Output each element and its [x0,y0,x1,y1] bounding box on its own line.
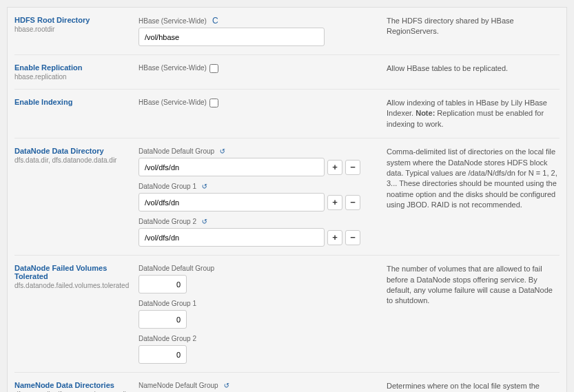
text-input[interactable] [139,28,325,46]
number-input[interactable] [139,345,187,364]
scope-label: DataNode Group 1 [139,183,196,190]
field-group: HBase (Service-Wide)C [139,16,373,46]
field-row [139,345,373,364]
setting-description: The number of volumes that are allowed t… [373,264,560,364]
remove-button[interactable]: − [345,230,360,245]
setting-label-col: Enable Replicationhbase.replication [14,63,139,81]
setting-label-col: DataNode Failed Volumes Tolerateddfs.dat… [14,264,139,364]
scope-label: DataNode Default Group [139,265,214,272]
scope-label: DataNode Group 2 [139,218,196,225]
remove-button[interactable]: − [345,160,360,175]
setting-subtitle: hbase.replication [14,73,132,81]
setting-checkbox[interactable] [209,99,218,107]
setting-label-col: Enable Indexing [14,98,139,130]
add-button[interactable]: + [327,160,342,175]
field-row: +− [139,158,373,176]
setting-subtitle: dfs.datanode.failed.volumes.tolerated [14,282,132,289]
scope-label: DataNode Default Group [139,147,214,155]
description-text: Allow HBase tables to be replicated. [387,64,508,72]
setting-subtitle: hbase.rootdir [14,25,132,33]
field-group: HBase (Service-Wide) [139,63,373,74]
scope-label: HBase (Service-Wide) [139,17,207,25]
setting-fields-col: DataNode Default Group↻+−DataNode Group … [139,147,373,247]
setting-checkbox[interactable] [209,64,218,73]
setting-fields-col: HBase (Service-Wide) [139,63,373,81]
setting-fields-col: DataNode Default GroupDataNode Group 1Da… [139,264,373,364]
setting-row: Enable Replicationhbase.replicationHBase… [14,55,560,90]
remove-button[interactable]: − [345,195,360,210]
setting-label-col: NameNode Data Directoriesdfs.name.dir, d… [14,381,139,392]
setting-label-col: DataNode Data Directorydfs.data.dir, dfs… [14,147,139,247]
undo-icon[interactable]: ↻ [220,147,225,155]
undo-icon[interactable]: ↻ [202,218,207,225]
add-button[interactable]: + [327,195,342,210]
number-input[interactable] [139,275,187,293]
undo-icon[interactable]: ↻ [224,382,229,389]
setting-description: Comma-delimited list of directories on t… [373,147,560,247]
undo-icon[interactable]: ↻ [202,183,207,190]
setting-title[interactable]: DataNode Failed Volumes Tolerated [14,264,132,280]
setting-description: Determines where on the local file syste… [373,381,560,392]
setting-row: Enable IndexingHBase (Service-Wide)Allow… [14,90,560,138]
setting-row: DataNode Failed Volumes Tolerateddfs.dat… [14,256,560,373]
setting-description: Allow HBase tables to be replicated. [373,63,560,81]
description-text: Determines where on the local file syste… [387,382,558,392]
text-input[interactable] [139,228,325,247]
field-group: DataNode Default Group↻+− [139,147,373,176]
scope-label: NameNode Default Group [139,382,218,389]
setting-title[interactable]: DataNode Data Directory [14,147,132,155]
scope-label: HBase (Service-Wide) [139,99,207,106]
setting-fields-col: NameNode Default Group↻+− [139,381,373,392]
setting-subtitle: dfs.data.dir, dfs.datanode.data.dir [14,156,132,164]
field-group: HBase (Service-Wide) [139,98,373,109]
setting-row: NameNode Data Directoriesdfs.name.dir, d… [14,373,560,392]
field-row: +− [139,228,373,247]
field-row [139,275,373,293]
text-input[interactable] [139,193,325,212]
setting-fields-col: HBase (Service-Wide) [139,98,373,130]
field-group: DataNode Group 1↻+− [139,182,373,212]
scope-label: DataNode Group 1 [139,300,196,307]
setting-title[interactable]: Enable Indexing [14,98,132,106]
field-row [139,310,373,329]
scope-label: HBase (Service-Wide) [139,64,207,72]
setting-fields-col: HBase (Service-Wide)C [139,16,373,46]
setting-title[interactable]: Enable Replication [14,63,132,72]
setting-row: DataNode Data Directorydfs.data.dir, dfs… [14,138,560,256]
text-input[interactable] [139,158,325,176]
description-text: The number of volumes that are allowed t… [387,265,553,305]
field-row: +− [139,193,373,212]
reset-icon[interactable]: C [212,16,218,25]
setting-row: HDFS Root Directoryhbase.rootdirHBase (S… [14,8,560,55]
field-group: DataNode Default Group [139,264,373,293]
setting-description: The HDFS directory shared by HBase Regio… [373,16,560,46]
scope-label: DataNode Group 2 [139,335,196,342]
setting-description: Allow indexing of tables in HBase by Lil… [373,98,560,130]
field-group: NameNode Default Group↻+− [139,381,373,392]
field-group: DataNode Group 2↻+− [139,217,373,247]
number-input[interactable] [139,310,187,329]
field-row [139,28,373,46]
field-group: DataNode Group 1 [139,299,373,329]
setting-title[interactable]: NameNode Data Directories [14,381,132,389]
field-group: DataNode Group 2 [139,334,373,364]
add-button[interactable]: + [327,230,342,245]
description-text: The HDFS directory shared by HBase Regio… [387,17,514,35]
note-label: Note: [416,109,435,117]
description-text: Comma-delimited list of directories on t… [387,147,557,209]
setting-title[interactable]: HDFS Root Directory [14,16,132,24]
setting-label-col: HDFS Root Directoryhbase.rootdir [14,16,139,46]
